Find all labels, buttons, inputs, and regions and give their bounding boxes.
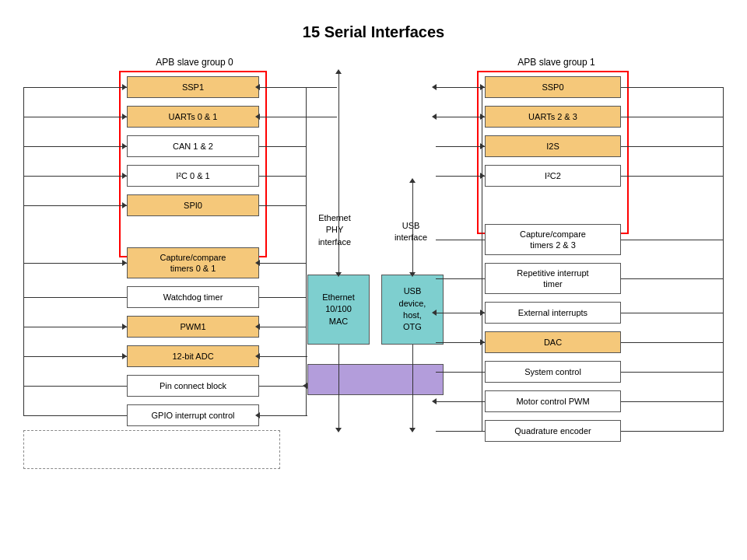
box-pinconnect: Pin connect block [127,375,259,397]
arr-l-pin [303,383,307,389]
arr-up-usb [409,178,416,183]
vline-usb-down [412,345,413,430]
vline-left-bus [23,87,24,415]
hline-l-gpio [23,415,127,416]
usb-if-label: USBinterface [380,220,442,244]
apb1-label: APB slave group 1 [479,57,634,68]
hline-l-i2s [436,146,485,147]
arr-l-uart23 [432,114,437,120]
hline-apb0-bot [268,415,307,416]
hline-l-ssp1 [23,87,127,88]
arr-l-uart01 [255,114,260,120]
hline-r-quad [621,431,724,432]
hline-r-sys [621,372,724,373]
hline-l-rep [436,278,485,279]
arr-l-ext [432,310,437,316]
box-extint: External interrupts [485,302,621,324]
hline-apb1-bot [444,431,482,432]
arr-r-ext [480,310,485,316]
hline-r-ssp0 [621,87,724,88]
hline-r-wd [259,297,306,298]
arr-r-cap01 [122,260,127,266]
arr-l-cap01 [255,260,260,266]
arr-r-adc [122,353,127,359]
arr-r-uart23 [480,114,485,120]
arr-l-ssp0 [432,84,437,90]
box-i2c01: I²C 0 & 1 [127,165,259,187]
hline-r-pwm [259,327,306,327]
arr-r-i2c01 [122,173,127,179]
hline-r-cap23 [621,240,724,240]
box-i2c2: I²C2 [485,165,621,187]
box-capture01: Capture/comparetimers 0 & 1 [127,247,259,278]
box-gpio: GPIO interrupt control [127,404,259,426]
dashed-box [23,430,280,469]
vline-apb0 [306,87,307,415]
vline-eth [338,72,339,275]
hline-r-cap01 [259,263,306,264]
box-adc: 12-bit ADC [127,345,259,367]
box-pwm1: PWM1 [127,316,259,338]
hline-r-spi0 [259,205,306,206]
arr-down-usb2 [409,428,416,432]
box-spi0: SPI0 [127,194,259,216]
hline-apb1-top [444,87,482,88]
box-motorpwm: Motor control PWM [485,390,621,412]
hline-l-pin [23,386,127,387]
hline-r-rep [621,278,724,279]
arr-l-mot [432,398,437,404]
arr-r-uart01 [122,114,127,120]
hline-l-i2c2 [436,176,485,177]
arr-down-eth [335,272,342,277]
diagram-area: APB slave group 0 APB slave group 1 SSP1… [0,49,747,547]
box-i2s: I2S [485,135,621,157]
box-dac: DAC [485,331,621,353]
arr-r-i2s [480,143,485,149]
hline-apb0-top [268,87,307,88]
hline-l-ext [436,313,485,313]
hline-l-cap23 [436,240,485,240]
hline-l-pwm [23,327,127,327]
hline-r-i2c01 [259,176,306,177]
hline-l-i2c01 [23,176,127,177]
arr-down-usb [409,272,416,277]
arr-l-pwm [255,324,260,330]
apb0-label: APB slave group 0 [121,57,268,68]
hline-l-adc [23,356,127,357]
hline-l-spi0 [23,205,127,206]
arr-r-ssp1 [122,84,127,90]
vline-mac-down [338,345,339,430]
arr-l-gpio [255,412,260,418]
hline-l-wd [23,297,127,298]
hline-l-mot [436,401,485,402]
box-quad: Quadrature encoder [485,420,621,442]
hline-l-uart01 [23,117,127,117]
hline-r-ext [621,313,724,313]
eth-phy-label: EthernetPHYinterface [303,212,366,248]
arr-up-eth [335,69,342,74]
hline-r-i2c2 [621,176,724,177]
hline-l-cap01 [23,263,127,264]
box-repint: Repetitive interrupttimer [485,263,621,294]
hline-l-uart23 [436,117,485,117]
vline-right-bus [723,87,724,431]
arr-r-pwm [122,324,127,330]
hline-r-pin [259,386,307,387]
hline-r-uart01 [259,117,337,117]
hline-r-mot [621,401,724,402]
box-sysctrl: System control [485,361,621,383]
arr-r-i2c2 [480,173,485,179]
hline-r-can12 [259,146,306,147]
hline-r-uart23 [621,117,724,117]
red-border-group0 [119,71,267,257]
box-ethernet-mac: Ethernet10/100MAC [307,275,370,345]
arr-r-spi0 [122,202,127,208]
box-ssp1: SSP1 [127,76,259,98]
box-uart01: UARTs 0 & 1 [127,106,259,128]
hline-l-sys [436,372,485,373]
box-uart23: UARTs 2 & 3 [485,106,621,128]
arr-r-dac [480,339,485,345]
hline-l-can12 [23,146,127,147]
box-can12: CAN 1 & 2 [127,135,259,157]
box-pin-matrix [307,364,444,395]
